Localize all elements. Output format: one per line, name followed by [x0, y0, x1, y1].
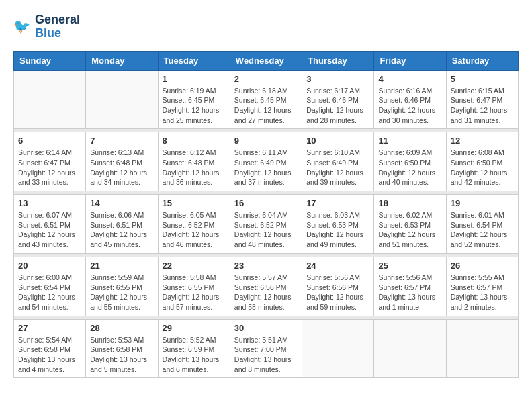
day-number: 11	[378, 136, 441, 146]
day-number: 25	[378, 261, 441, 271]
day-cell: 5Sunrise: 6:15 AM Sunset: 6:47 PM Daylig…	[446, 70, 518, 129]
day-info: Sunrise: 5:57 AM Sunset: 6:56 PM Dayligh…	[234, 273, 298, 312]
day-info: Sunrise: 5:55 AM Sunset: 6:57 PM Dayligh…	[451, 273, 514, 312]
day-info: Sunrise: 6:06 AM Sunset: 6:51 PM Dayligh…	[90, 210, 153, 250]
day-cell	[86, 70, 158, 129]
week-row-4: 20Sunrise: 6:00 AM Sunset: 6:54 PM Dayli…	[14, 257, 519, 316]
day-cell: 6Sunrise: 6:14 AM Sunset: 6:47 PM Daylig…	[14, 132, 86, 191]
day-cell: 8Sunrise: 6:12 AM Sunset: 6:48 PM Daylig…	[158, 132, 230, 191]
day-cell: 1Sunrise: 6:19 AM Sunset: 6:45 PM Daylig…	[158, 70, 230, 129]
day-cell: 9Sunrise: 6:11 AM Sunset: 6:49 PM Daylig…	[230, 132, 302, 191]
day-number: 2	[234, 74, 298, 84]
day-cell: 14Sunrise: 6:06 AM Sunset: 6:51 PM Dayli…	[86, 195, 158, 254]
day-cell: 25Sunrise: 5:56 AM Sunset: 6:57 PM Dayli…	[374, 257, 446, 316]
day-cell: 2Sunrise: 6:18 AM Sunset: 6:45 PM Daylig…	[230, 70, 302, 129]
day-info: Sunrise: 5:58 AM Sunset: 6:55 PM Dayligh…	[163, 273, 226, 312]
day-info: Sunrise: 6:09 AM Sunset: 6:50 PM Dayligh…	[378, 148, 441, 187]
day-info: Sunrise: 6:18 AM Sunset: 6:45 PM Dayligh…	[234, 86, 298, 126]
day-cell: 4Sunrise: 6:16 AM Sunset: 6:46 PM Daylig…	[374, 70, 446, 129]
day-cell: 15Sunrise: 6:05 AM Sunset: 6:52 PM Dayli…	[158, 195, 230, 254]
weekday-header-thursday: Thursday	[302, 51, 374, 70]
day-cell: 17Sunrise: 6:03 AM Sunset: 6:53 PM Dayli…	[302, 195, 374, 254]
day-cell: 7Sunrise: 6:13 AM Sunset: 6:48 PM Daylig…	[86, 132, 158, 191]
day-cell: 27Sunrise: 5:54 AM Sunset: 6:58 PM Dayli…	[14, 319, 86, 378]
day-cell	[302, 319, 374, 378]
day-cell: 13Sunrise: 6:07 AM Sunset: 6:51 PM Dayli…	[14, 195, 86, 254]
weekday-header-sunday: Sunday	[14, 51, 86, 70]
day-number: 18	[378, 198, 441, 208]
day-number: 8	[163, 136, 226, 146]
day-number: 29	[163, 323, 226, 333]
day-cell: 20Sunrise: 6:00 AM Sunset: 6:54 PM Dayli…	[14, 257, 86, 316]
day-info: Sunrise: 6:08 AM Sunset: 6:50 PM Dayligh…	[451, 148, 514, 187]
day-number: 5	[451, 74, 514, 84]
day-cell: 18Sunrise: 6:02 AM Sunset: 6:53 PM Dayli…	[374, 195, 446, 254]
day-number: 26	[451, 261, 514, 271]
day-cell: 11Sunrise: 6:09 AM Sunset: 6:50 PM Dayli…	[374, 132, 446, 191]
day-info: Sunrise: 6:14 AM Sunset: 6:47 PM Dayligh…	[18, 148, 81, 187]
day-cell: 29Sunrise: 5:52 AM Sunset: 6:59 PM Dayli…	[158, 319, 230, 378]
day-info: Sunrise: 5:54 AM Sunset: 6:58 PM Dayligh…	[18, 335, 81, 375]
week-row-3: 13Sunrise: 6:07 AM Sunset: 6:51 PM Dayli…	[14, 195, 519, 254]
day-number: 7	[90, 136, 153, 146]
day-number: 17	[306, 198, 369, 208]
page-header: 🐦 General Blue	[13, 13, 519, 40]
day-info: Sunrise: 6:11 AM Sunset: 6:49 PM Dayligh…	[234, 148, 298, 187]
logo: 🐦 General Blue	[13, 13, 80, 40]
day-info: Sunrise: 6:01 AM Sunset: 6:54 PM Dayligh…	[451, 210, 514, 250]
day-cell: 12Sunrise: 6:08 AM Sunset: 6:50 PM Dayli…	[446, 132, 518, 191]
day-cell	[446, 319, 518, 378]
day-info: Sunrise: 6:00 AM Sunset: 6:54 PM Dayligh…	[18, 273, 81, 312]
day-cell: 21Sunrise: 5:59 AM Sunset: 6:55 PM Dayli…	[86, 257, 158, 316]
week-row-1: 1Sunrise: 6:19 AM Sunset: 6:45 PM Daylig…	[14, 70, 519, 129]
day-number: 13	[18, 198, 81, 208]
day-number: 10	[306, 136, 369, 146]
day-cell: 28Sunrise: 5:53 AM Sunset: 6:58 PM Dayli…	[86, 319, 158, 378]
weekday-header-wednesday: Wednesday	[230, 51, 302, 70]
week-row-5: 27Sunrise: 5:54 AM Sunset: 6:58 PM Dayli…	[14, 319, 519, 378]
day-number: 9	[234, 136, 298, 146]
weekday-header-friday: Friday	[374, 51, 446, 70]
day-number: 22	[163, 261, 226, 271]
day-number: 30	[234, 323, 298, 333]
day-info: Sunrise: 6:05 AM Sunset: 6:52 PM Dayligh…	[163, 210, 226, 250]
day-info: Sunrise: 5:52 AM Sunset: 6:59 PM Dayligh…	[163, 335, 226, 375]
week-row-2: 6Sunrise: 6:14 AM Sunset: 6:47 PM Daylig…	[14, 132, 519, 191]
day-cell: 19Sunrise: 6:01 AM Sunset: 6:54 PM Dayli…	[446, 195, 518, 254]
day-number: 16	[234, 198, 298, 208]
day-number: 23	[234, 261, 298, 271]
day-info: Sunrise: 6:17 AM Sunset: 6:46 PM Dayligh…	[306, 86, 369, 126]
day-info: Sunrise: 6:16 AM Sunset: 6:46 PM Dayligh…	[378, 86, 441, 126]
day-number: 4	[378, 74, 441, 84]
day-info: Sunrise: 6:03 AM Sunset: 6:53 PM Dayligh…	[306, 210, 369, 250]
weekday-header-saturday: Saturday	[446, 51, 518, 70]
weekday-header-row: SundayMondayTuesdayWednesdayThursdayFrid…	[14, 51, 519, 70]
day-number: 14	[90, 198, 153, 208]
day-cell: 16Sunrise: 6:04 AM Sunset: 6:52 PM Dayli…	[230, 195, 302, 254]
day-number: 1	[163, 74, 226, 84]
weekday-header-monday: Monday	[86, 51, 158, 70]
day-cell: 26Sunrise: 5:55 AM Sunset: 6:57 PM Dayli…	[446, 257, 518, 316]
day-info: Sunrise: 6:15 AM Sunset: 6:47 PM Dayligh…	[451, 86, 514, 126]
day-number: 6	[18, 136, 81, 146]
day-number: 21	[90, 261, 153, 271]
day-number: 12	[451, 136, 514, 146]
day-number: 24	[306, 261, 369, 271]
weekday-header-tuesday: Tuesday	[158, 51, 230, 70]
day-cell: 30Sunrise: 5:51 AM Sunset: 7:00 PM Dayli…	[230, 319, 302, 378]
svg-text:🐦: 🐦	[13, 18, 31, 35]
logo-icon: 🐦	[13, 17, 32, 36]
day-cell: 10Sunrise: 6:10 AM Sunset: 6:49 PM Dayli…	[302, 132, 374, 191]
day-info: Sunrise: 5:53 AM Sunset: 6:58 PM Dayligh…	[90, 335, 153, 375]
day-cell: 3Sunrise: 6:17 AM Sunset: 6:46 PM Daylig…	[302, 70, 374, 129]
day-cell	[14, 70, 86, 129]
day-number: 20	[18, 261, 81, 271]
day-info: Sunrise: 6:12 AM Sunset: 6:48 PM Dayligh…	[163, 148, 226, 187]
day-info: Sunrise: 6:10 AM Sunset: 6:49 PM Dayligh…	[306, 148, 369, 187]
day-number: 28	[90, 323, 153, 333]
day-info: Sunrise: 5:56 AM Sunset: 6:56 PM Dayligh…	[306, 273, 369, 312]
day-cell: 22Sunrise: 5:58 AM Sunset: 6:55 PM Dayli…	[158, 257, 230, 316]
day-number: 27	[18, 323, 81, 333]
day-number: 3	[306, 74, 369, 84]
day-info: Sunrise: 6:07 AM Sunset: 6:51 PM Dayligh…	[18, 210, 81, 250]
